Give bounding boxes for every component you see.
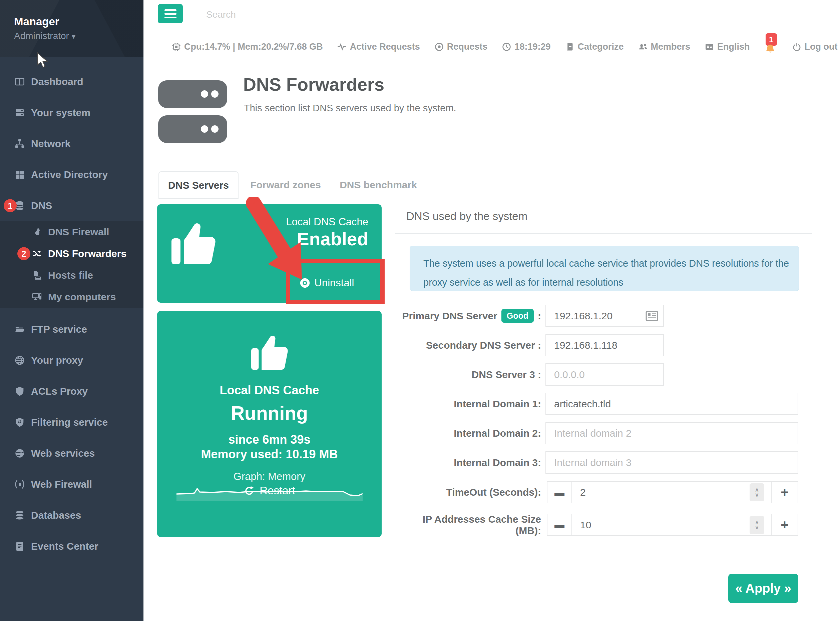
status-badge-good: Good [501,309,534,323]
globe-earth-icon [14,448,28,459]
dns-servers-icon [158,80,227,143]
restart-button[interactable]: Restart [157,484,382,497]
sidebar-item-web-services[interactable]: Web services [0,438,143,469]
sidebar-item-dns[interactable]: 1 DNS [0,190,143,221]
tab-dns-servers[interactable]: DNS Servers [158,171,238,199]
timeout-increment-button[interactable]: + [771,481,798,503]
graph-label: Graph: Memory [234,471,305,483]
categorize-menu[interactable]: Categorize [565,42,623,52]
user-name: Manager [14,15,59,28]
card-status: Running [231,402,308,424]
sidebar-item-active-directory[interactable]: Active Directory [0,159,143,190]
internal-domain-1-label: Internal Domain 1: [395,393,541,415]
target-icon [434,42,444,51]
primary-dns-label: Primary DNS Server Good : [395,304,541,327]
secondary-dns-label: Secondary DNS Server : [395,334,541,356]
users-icon [638,42,648,51]
computer-icon [32,292,46,302]
sidebar-item-events-center[interactable]: Events Center [0,531,143,562]
dns-server-3-input[interactable] [545,364,664,386]
sidebar-item-ftp-service[interactable]: FTP service [0,314,143,345]
sidebar-item-dns-firewall[interactable]: DNS Firewall [0,221,143,243]
uninstall-button[interactable]: Uninstall [287,277,367,289]
ip-cache-size-label: IP Addresses Cache Size (MB): [395,513,541,536]
clock-icon [502,42,511,51]
sidebar-item-dns-forwarders[interactable]: 2 DNS Forwarders [0,243,143,264]
sidebar-item-label: DNS Forwarders [48,248,126,259]
internal-domain-3-input[interactable] [545,451,798,474]
card-title: Local DNS Cache [286,216,368,228]
sidebar-item-your-system[interactable]: Your system [0,97,143,128]
page-subtitle: This section list DNS servers used by th… [244,103,456,114]
sidebar-item-label: Dashboard [31,76,84,87]
internal-domain-2-input[interactable] [545,422,798,444]
secondary-dns-input[interactable] [545,334,664,356]
sidebar-item-label: FTP service [31,324,87,335]
search-input[interactable] [206,8,440,22]
sidebar-item-label: DNS Firewall [48,226,109,238]
memory-used-text: Memory used: 10.19 MB [201,447,337,461]
pulse-icon [337,42,347,51]
dns-submenu: DNS Firewall 2 DNS Forwarders Hosts file… [0,221,143,307]
sidebar-menu: Dashboard Your system Network Active Dir… [0,58,143,562]
sidebar-item-filtering-service[interactable]: Filtering service [0,407,143,438]
sidebar-item-acls-proxy[interactable]: ACLs Proxy [0,376,143,407]
chevron-down-icon: ▾ [72,32,75,41]
address-card-icon [645,310,659,321]
notifications-menu[interactable]: 1 [764,37,778,56]
timeout-spinner[interactable]: ∧∨ [750,483,764,501]
timeout-label: TimeOut (Seconds): [395,481,541,503]
dns-notification-badge: 1 [4,199,17,212]
ip-cache-increment-button[interactable]: + [771,513,798,536]
sidebar-user-panel: Manager Administrator▾ [0,0,143,58]
ip-cache-decrement-button[interactable]: ▬ [547,513,572,536]
local-dns-cache-enabled-card: Local DNS Cache Enabled Uninstall [157,204,382,303]
mouse-cursor [36,52,50,69]
disc-icon [299,277,311,289]
sidebar-item-databases[interactable]: Databases [0,500,143,531]
sidebar-item-your-proxy[interactable]: Your proxy [0,345,143,376]
sidebar-item-web-firewall[interactable]: Web Firewall [0,469,143,500]
book-icon [565,42,574,51]
ip-cache-size-input[interactable] [571,513,772,536]
sidebar-item-label: Events Center [31,541,99,552]
timeout-input[interactable] [571,481,772,503]
fire-icon [32,227,46,237]
sidebar-item-label: Active Directory [31,169,108,180]
sidebar-item-label: Your system [31,107,90,118]
web-firewall-icon [14,479,28,490]
uptime-text: since 6mn 39s [228,433,310,447]
internal-domain-1-input[interactable] [545,393,798,415]
sidebar-item-label: Filtering service [31,417,108,428]
card-status: Enabled [297,228,368,250]
microchip-icon [172,42,181,51]
ip-cache-spinner[interactable]: ∧∨ [750,516,764,534]
timeout-decrement-button[interactable]: ▬ [547,481,572,503]
sidebar-item-label: ACLs Proxy [31,386,88,397]
active-requests-menu[interactable]: Active Requests [337,42,420,52]
info-alert-text: The system uses a powerful local cache s… [423,254,790,292]
sidebar-item-label: Web services [31,448,95,459]
sidebar-item-dashboard[interactable]: Dashboard [0,66,143,97]
refresh-icon [243,485,255,496]
menu-toggle-button[interactable] [158,4,183,23]
requests-menu[interactable]: Requests [434,42,488,52]
internal-domain-2-label: Internal Domain 2: [395,422,541,444]
server-icon [14,108,28,118]
tab-dns-benchmark[interactable]: DNS benchmark [340,179,417,191]
members-menu[interactable]: Members [638,42,691,52]
shield-icon [14,386,28,397]
tab-forward-zones[interactable]: Forward zones [250,179,321,191]
logout-menu[interactable]: Log out [792,42,838,52]
language-menu[interactable]: English [705,42,750,52]
sidebar-item-network[interactable]: Network [0,128,143,159]
apply-button[interactable]: « Apply » [728,574,798,603]
sidebar-item-my-computers[interactable]: My computers [0,286,143,307]
header-divider [144,161,840,161]
internal-domain-3-label: Internal Domain 3: [395,451,541,474]
thumbs-up-icon [169,216,219,273]
sidebar-item-hosts-file[interactable]: Hosts file [0,264,143,286]
dashboard-icon [14,76,28,87]
user-role-dropdown[interactable]: Administrator▾ [14,31,75,41]
bell-icon [764,43,776,55]
